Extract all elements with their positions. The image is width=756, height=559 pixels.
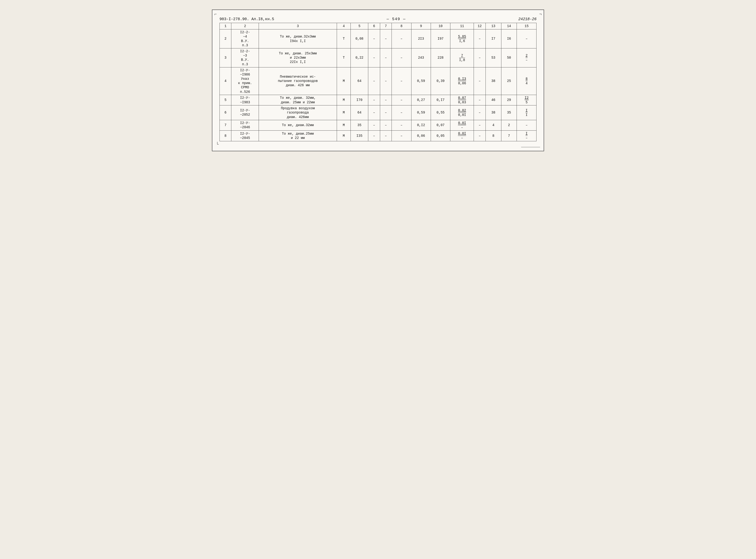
table-cell: – <box>368 106 380 120</box>
table-cell: – <box>474 95 486 105</box>
table-cell: 46 <box>486 95 501 105</box>
table-cell: М <box>337 106 351 120</box>
table-cell: 64 <box>351 67 368 95</box>
table-cell: 0,55 <box>431 106 450 120</box>
main-table: 1 2 3 4 5 6 7 8 9 10 11 12 13 14 15 2I2-… <box>219 23 537 141</box>
corner-tr-bracket: ¬ <box>539 12 542 17</box>
table-cell: 2 <box>501 120 517 130</box>
table-cell: 0,06 <box>411 131 431 141</box>
table-cell: 38 <box>486 106 501 120</box>
table-cell: – <box>392 29 411 48</box>
table-cell: I97 <box>431 29 450 48</box>
table-cell: 0,07 <box>431 120 450 130</box>
table-cell: 0,59 <box>411 67 431 95</box>
table-cell: М <box>337 120 351 130</box>
table-cell: – <box>474 48 486 67</box>
table-cell: М <box>337 67 351 95</box>
col-header-10: 10 <box>431 23 450 29</box>
table-cell: Пневматическое ис- пытание газопроводов … <box>259 67 337 95</box>
table-cell: 2I3 <box>411 29 431 48</box>
col-header-4: 4 <box>337 23 351 29</box>
col-header-6: 6 <box>368 23 380 29</box>
table-cell: – <box>368 131 380 141</box>
table-cell: I2-У- −2045 <box>231 131 259 141</box>
table-cell: 35 <box>351 120 368 130</box>
table-cell-fraction: 84 <box>517 67 537 95</box>
table-cell: 6 <box>220 106 231 120</box>
table-cell-fraction: 0,070,03 <box>450 95 474 105</box>
table-cell: Продувка воздухом газопровода диам. 426м… <box>259 106 337 120</box>
table-cell: 8 <box>486 131 501 141</box>
table-cell: – <box>380 67 392 95</box>
table-cell: – <box>392 48 411 67</box>
table-cell: I2-У- −2046 <box>231 120 259 130</box>
table-cell: – <box>380 120 392 130</box>
table-cell: 50 <box>501 48 517 67</box>
table-cell: 35 <box>501 106 517 120</box>
table-cell: 0,22 <box>351 48 368 67</box>
table-cell: М <box>337 131 351 141</box>
table-cell: – <box>368 120 380 130</box>
table-cell-fraction: 5,85I,6 <box>450 29 474 48</box>
bottom-right-line <box>521 143 540 147</box>
table-cell: – <box>517 120 537 130</box>
table-cell-fraction: I– <box>517 131 537 141</box>
header-row: 1 2 3 4 5 6 7 8 9 10 11 12 13 14 15 <box>220 23 537 29</box>
table-cell: 0,05 <box>431 131 450 141</box>
col-header-9: 9 <box>411 23 431 29</box>
col-header-11: 11 <box>450 23 474 29</box>
table-cell: I70 <box>351 95 368 105</box>
table-row: 6I2-У- −2052Продувка воздухом газопровод… <box>220 106 537 120</box>
table-cell: – <box>474 106 486 120</box>
table-cell: 0,08 <box>351 29 368 48</box>
table-cell: 4 <box>220 67 231 95</box>
table-cell: 25 <box>501 67 517 95</box>
table-cell: – <box>392 120 411 130</box>
col-header-14: 14 <box>501 23 517 29</box>
table-cell: – <box>474 67 486 95</box>
col-header-15: 15 <box>517 23 537 29</box>
col-header-13: 13 <box>486 23 501 29</box>
table-row: 3I2-2- −3 В.У. п.3То же, диам. 25х3мм и … <box>220 48 537 67</box>
table-cell: I2-У- −I986 Указ к прим. СРМО п.526 <box>231 67 259 95</box>
table-cell: I35 <box>351 131 368 141</box>
table-cell: – <box>392 95 411 105</box>
table-cell-fraction: 0,020,0I <box>450 106 474 120</box>
table-cell: – <box>392 106 411 120</box>
table-cell: – <box>474 120 486 130</box>
table-cell: 3 <box>220 48 231 67</box>
table-cell: 7 <box>220 120 231 130</box>
table-row: 2I2-2- −4 В.У. п.3То же, диам.32х3мм I94… <box>220 29 537 48</box>
table-cell-fraction: II <box>517 106 537 120</box>
table-cell: 4 <box>486 120 501 130</box>
page-number: — 549 — <box>274 17 518 21</box>
table-cell-fraction: 0,0I– <box>450 131 474 141</box>
table-cell: То же, диам.32х3мм I94х I,I <box>259 29 337 48</box>
table-cell: – <box>380 29 392 48</box>
table-cell: То же, диам.25мм и 22 мм <box>259 131 337 141</box>
table-cell: – <box>368 48 380 67</box>
table-cell: 8 <box>220 131 231 141</box>
table-cell: Т <box>337 48 351 67</box>
table-row: 7I2-У- −2046То же, диам.32ммМ35–––0,I20,… <box>220 120 537 130</box>
table-cell: I2-У- −I983 <box>231 95 259 105</box>
table-row: 4I2-У- −I986 Указ к прим. СРМО п.526Пнев… <box>220 67 537 95</box>
table-cell: М <box>337 95 351 105</box>
table-cell: – <box>392 67 411 95</box>
table-cell-fraction: 0,I30,06 <box>450 67 474 95</box>
table-cell-fraction: 0,0I– <box>450 120 474 130</box>
table-cell: I2-2- −4 В.У. п.3 <box>231 29 259 48</box>
table-cell: 64 <box>351 106 368 120</box>
table-cell: Т <box>337 29 351 48</box>
table-cell: I7 <box>486 29 501 48</box>
col-header-3: 3 <box>259 23 337 29</box>
col-header-8: 8 <box>392 23 411 29</box>
table-cell: 243 <box>411 48 431 67</box>
table-cell: – <box>380 106 392 120</box>
table-cell: 29 <box>501 95 517 105</box>
table-row: 8I2-У- −2045То же, диам.25мм и 22 ммМI35… <box>220 131 537 141</box>
corner-tl-bracket: ⌐ <box>214 12 217 17</box>
table-cell: 0,39 <box>431 67 450 95</box>
table-cell: 5 <box>220 95 231 105</box>
table-cell: 0,I2 <box>411 120 431 130</box>
